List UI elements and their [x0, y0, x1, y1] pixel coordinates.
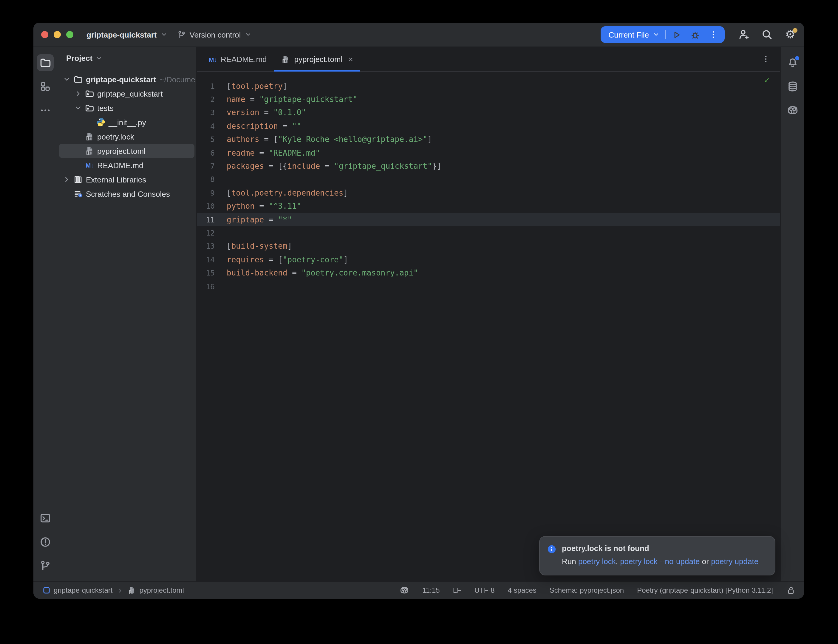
status-copilot-status[interactable]: [399, 586, 409, 595]
tree-item-poetry-lock[interactable]: [T]poetry.lock: [57, 130, 196, 144]
folder-icon: [39, 57, 51, 69]
token: [: [227, 81, 232, 90]
structure-tool-window-button[interactable]: [37, 78, 53, 95]
run-config-label: Current File: [608, 30, 649, 39]
tree-item-griptape-quickstart[interactable]: griptape-quickstart~/Docume: [57, 72, 196, 87]
add-user-button[interactable]: [737, 28, 751, 42]
link-poetry-update[interactable]: poetry update: [711, 557, 758, 566]
zoom-window-button[interactable]: [66, 31, 73, 38]
close-window-button[interactable]: [41, 31, 48, 38]
scratches-icon: [73, 189, 83, 199]
tab-readme-md[interactable]: M↓README.md: [202, 47, 274, 71]
ellipsis-icon: [39, 104, 51, 116]
structure-icon: [39, 80, 51, 92]
inspections-ok-check-icon[interactable]: ✓: [764, 75, 769, 85]
chevron-right-icon[interactable]: [73, 89, 83, 99]
status-line-separator[interactable]: LF: [453, 586, 461, 595]
status-indent-style[interactable]: 4 spaces: [508, 586, 537, 595]
tree-item-label: griptape_quickstart: [97, 89, 163, 98]
run-button[interactable]: [667, 30, 686, 39]
tree-item-readme-md[interactable]: M↓README.md: [57, 158, 196, 172]
breadcrumb-griptape-quickstart[interactable]: griptape-quickstart: [43, 586, 112, 595]
terminal-icon: [39, 512, 51, 524]
token: =: [260, 108, 273, 117]
code-line-1[interactable]: 1[tool.poetry]: [197, 79, 780, 93]
version-control-tool-window-button[interactable]: [37, 557, 53, 574]
close-icon[interactable]: ×: [348, 54, 353, 64]
code-editor[interactable]: 1[tool.poetry]2name = "griptape-quicksta…: [197, 72, 780, 582]
status-json-schema[interactable]: Schema: pyproject.json: [550, 586, 624, 595]
branch-icon: [39, 560, 51, 572]
token: = [: [260, 135, 278, 144]
notifications-button[interactable]: [784, 54, 801, 71]
toml-file-icon: [T]: [85, 146, 94, 156]
minimize-window-button[interactable]: [54, 31, 61, 38]
code-line-2[interactable]: 2name = "griptape-quickstart": [197, 93, 780, 106]
line-number: 4: [197, 122, 215, 131]
tree-item-pyproject-toml[interactable]: [T]pyproject.toml: [57, 144, 196, 158]
terminal-tool-window-button[interactable]: [37, 510, 53, 527]
copilot-icon: [399, 586, 409, 595]
ai-assistant-tool-window-button[interactable]: [784, 102, 801, 119]
line-number: 16: [197, 282, 215, 291]
tree-item-init-py[interactable]: __init__.py: [57, 115, 196, 130]
status-python-interpreter[interactable]: Poetry (griptape-quickstart) [Python 3.1…: [637, 586, 773, 595]
problems-tool-window-button[interactable]: [37, 534, 53, 550]
indent-spacer: [73, 146, 83, 156]
project-selector[interactable]: griptape-quickstart: [82, 28, 173, 41]
code-line-9[interactable]: 9[tool.poetry.dependencies]: [197, 186, 780, 199]
link-poetry-lock[interactable]: poetry lock: [578, 557, 616, 566]
code-line-10[interactable]: 10python = "^3.11": [197, 199, 780, 213]
tree-item-griptape-quickstart[interactable]: griptape_quickstart: [57, 87, 196, 101]
project-panel-header[interactable]: Project: [57, 47, 196, 65]
tree-item-label: griptape-quickstart: [86, 75, 156, 84]
code-line-6[interactable]: 6readme = "README.md": [197, 146, 780, 159]
status-file-encoding[interactable]: UTF-8: [475, 586, 495, 595]
run-configuration-widget[interactable]: Current File: [601, 26, 725, 43]
project-tool-window-button[interactable]: [37, 54, 53, 71]
search-button[interactable]: [760, 28, 774, 42]
token: =: [255, 202, 269, 210]
code-line-16[interactable]: 16: [197, 280, 780, 293]
more-run-options-button[interactable]: [704, 30, 722, 39]
code-line-5[interactable]: 5authors = ["Kyle Roche <hello@griptape.…: [197, 133, 780, 146]
token: }]: [432, 162, 441, 171]
token: =: [245, 95, 260, 104]
notification-text: Run: [562, 557, 578, 566]
code-line-12[interactable]: 12: [197, 226, 780, 240]
status-caret-position[interactable]: 11:15: [422, 586, 440, 595]
database-tool-window-button[interactable]: [784, 78, 801, 95]
code-line-7[interactable]: 7packages = [{include = "griptape_quicks…: [197, 159, 780, 173]
more-tool-windows-button[interactable]: [37, 102, 53, 119]
tree-item-tests[interactable]: tests: [57, 101, 196, 115]
notification-content: poetry.lock is not found Run poetry lock…: [562, 544, 758, 567]
code-line-4[interactable]: 4description = "": [197, 119, 780, 133]
tab-pyproject-toml[interactable]: [T]pyproject.toml×: [274, 47, 360, 71]
settings-button[interactable]: ⚙: [783, 28, 797, 42]
editor-options-button[interactable]: [761, 54, 771, 64]
line-number: 15: [197, 268, 215, 277]
code-text: packages = [{include = "griptape_quickst…: [227, 162, 441, 171]
code-line-3[interactable]: 3version = "0.1.0": [197, 106, 780, 120]
chevron-right-icon[interactable]: [62, 175, 72, 184]
tree-item-external-libraries[interactable]: External Libraries: [57, 172, 196, 187]
code-line-13[interactable]: 13[build-system]: [197, 240, 780, 253]
code-line-8[interactable]: 8: [197, 172, 780, 186]
tree-item-scratches-and-consoles[interactable]: Scratches and Consoles: [57, 187, 196, 201]
breadcrumb-label: pyproject.toml: [139, 586, 184, 595]
chevron-down-icon[interactable]: [62, 74, 72, 84]
code-line-15[interactable]: 15build-backend = "poetry.core.masonry.a…: [197, 266, 780, 280]
markdown-icon: M↓: [209, 54, 217, 64]
code-text: build-backend = "poetry.core.masonry.api…: [227, 268, 418, 277]
code-line-11[interactable]: 11griptape = "*": [197, 213, 780, 226]
notification-title: poetry.lock is not found: [562, 544, 758, 553]
status-write-access[interactable]: [786, 586, 796, 595]
breadcrumb-pyproject-toml[interactable]: [T]pyproject.toml: [127, 586, 184, 595]
code-line-14[interactable]: 14requires = ["poetry-core"]: [197, 253, 780, 266]
link-poetry-lock-no-update[interactable]: poetry lock --no-update: [620, 557, 700, 566]
chevron-down-icon[interactable]: [73, 103, 83, 113]
chevron-down-icon: [95, 54, 103, 62]
vcs-widget[interactable]: Version control: [173, 28, 256, 41]
chevron-right-icon: [117, 587, 123, 594]
debug-button[interactable]: [686, 30, 704, 39]
